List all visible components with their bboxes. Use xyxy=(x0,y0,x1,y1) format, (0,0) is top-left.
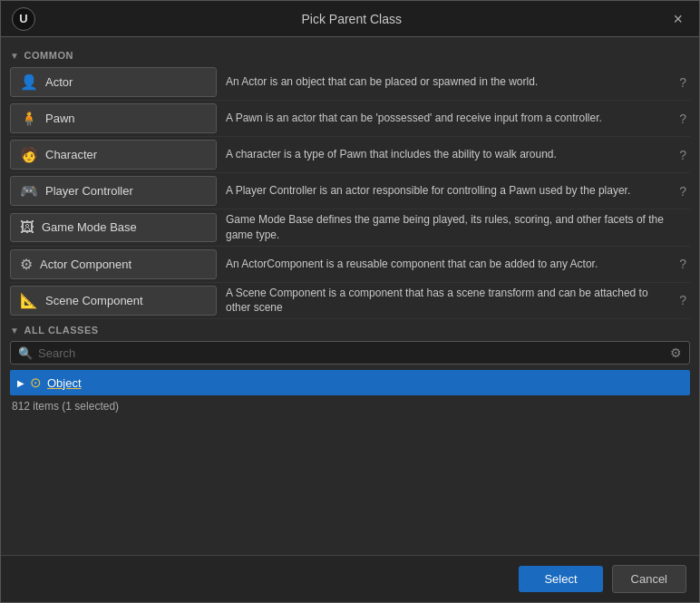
player-controller-description: A Player Controller is an actor responsi… xyxy=(217,183,676,199)
actor-icon: 👤 xyxy=(20,73,38,91)
pick-parent-class-dialog: U Pick Parent Class × ▼ COMMON 👤 Actor A… xyxy=(0,0,700,603)
pawn-label: Pawn xyxy=(45,112,75,125)
character-help-icon[interactable]: ? xyxy=(676,148,690,162)
scene-component-button[interactable]: 📐 Scene Component xyxy=(10,286,217,316)
all-classes-header[interactable]: ▼ ALL CLASSES xyxy=(10,325,690,336)
scene-component-icon: 📐 xyxy=(20,292,38,309)
character-button[interactable]: 🧑 Character xyxy=(10,140,217,170)
all-classes-section: ▼ ALL CLASSES 🔍 ⚙ ▶ ⊙ Object 812 items (… xyxy=(10,325,690,423)
pawn-button[interactable]: 🧍 Pawn xyxy=(10,103,217,133)
character-description: A character is a type of Pawn that inclu… xyxy=(217,147,676,162)
pawn-icon: 🧍 xyxy=(20,110,38,127)
common-section-header[interactable]: ▼ COMMON xyxy=(10,50,690,61)
scene-component-help-icon[interactable]: ? xyxy=(676,293,690,307)
all-classes-chevron-icon: ▼ xyxy=(10,326,19,336)
select-button[interactable]: Select xyxy=(519,566,602,592)
main-content: ▼ COMMON 👤 Actor An Actor is an object t… xyxy=(1,37,699,555)
scene-component-row: 📐 Scene Component A Scene Component is a… xyxy=(10,283,690,320)
actor-description: An Actor is an object that can be placed… xyxy=(217,74,676,90)
actor-component-button[interactable]: ⚙ Actor Component xyxy=(10,249,217,279)
actor-component-icon: ⚙ xyxy=(20,256,33,273)
footer: Select Cancel xyxy=(1,555,699,602)
dialog-title: Pick Parent Class xyxy=(302,12,402,26)
character-row: 🧑 Character A character is a type of Paw… xyxy=(10,137,690,173)
character-label: Character xyxy=(45,148,97,161)
actor-component-label: Actor Component xyxy=(40,258,131,271)
player-controller-row: 🎮 Player Controller A Player Controller … xyxy=(10,173,690,209)
object-class-icon: ⊙ xyxy=(30,374,42,391)
player-controller-icon: 🎮 xyxy=(20,182,38,199)
actor-help-icon[interactable]: ? xyxy=(676,75,690,90)
pawn-description: A Pawn is an actor that can be 'possesse… xyxy=(217,111,676,126)
actor-component-row: ⚙ Actor Component An ActorComponent is a… xyxy=(10,247,690,283)
character-icon: 🧑 xyxy=(20,146,38,163)
pawn-help-icon[interactable]: ? xyxy=(676,112,690,126)
actor-component-help-icon[interactable]: ? xyxy=(676,257,690,271)
actor-component-description: An ActorComponent is a reusable componen… xyxy=(217,257,676,272)
close-button[interactable]: × xyxy=(667,9,688,29)
actor-row: 👤 Actor An Actor is an object that can b… xyxy=(10,64,690,101)
actor-button[interactable]: 👤 Actor xyxy=(10,67,217,97)
all-classes-label: ALL CLASSES xyxy=(24,325,98,336)
pawn-row: 🧍 Pawn A Pawn is an actor that can be 'p… xyxy=(10,101,690,137)
game-mode-base-icon: 🖼 xyxy=(20,219,34,236)
player-controller-help-icon[interactable]: ? xyxy=(676,184,690,199)
actor-label: Actor xyxy=(45,75,73,89)
game-mode-base-description: Game Mode Base defines the game being pl… xyxy=(217,212,690,243)
tree-expand-icon: ▶ xyxy=(17,378,24,388)
player-controller-button[interactable]: 🎮 Player Controller xyxy=(10,176,217,206)
search-input[interactable] xyxy=(38,346,665,360)
item-count: 812 items (1 selected) xyxy=(12,400,688,413)
ue-logo: U xyxy=(12,7,35,31)
cancel-button[interactable]: Cancel xyxy=(612,565,686,593)
common-section-label: COMMON xyxy=(24,50,73,61)
game-mode-base-label: Game Mode Base xyxy=(42,220,137,234)
search-icon: 🔍 xyxy=(18,346,33,360)
settings-icon[interactable]: ⚙ xyxy=(670,345,682,360)
player-controller-label: Player Controller xyxy=(45,184,133,198)
search-bar: 🔍 ⚙ xyxy=(10,341,690,365)
scene-component-label: Scene Component xyxy=(45,294,143,307)
game-mode-base-row: 🖼 Game Mode Base Game Mode Base defines … xyxy=(10,209,690,247)
title-bar: U Pick Parent Class × xyxy=(1,1,699,37)
scene-component-description: A Scene Component is a component that ha… xyxy=(217,286,676,316)
object-label: Object xyxy=(47,376,82,390)
game-mode-base-button[interactable]: 🖼 Game Mode Base xyxy=(10,213,217,242)
common-section: ▼ COMMON 👤 Actor An Actor is an object t… xyxy=(10,50,690,319)
object-tree-item[interactable]: ▶ ⊙ Object xyxy=(10,370,690,395)
chevron-down-icon: ▼ xyxy=(10,51,19,61)
